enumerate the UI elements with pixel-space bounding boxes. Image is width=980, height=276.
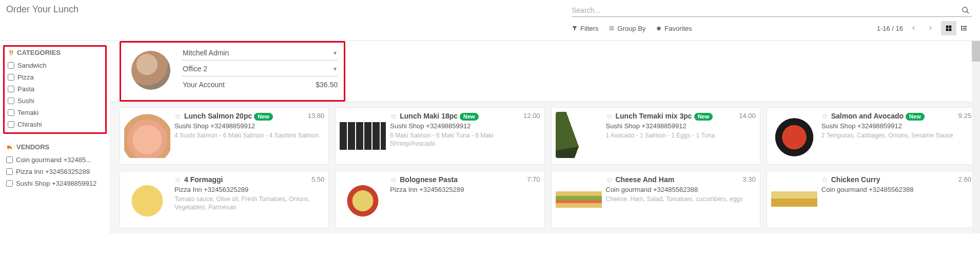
category-filter-label: Temaki <box>17 109 38 116</box>
category-filter-checkbox[interactable] <box>8 109 14 116</box>
product-card[interactable]: 14.00☆Lunch Temaki mix 3pcNewSushi Shop … <box>551 107 760 165</box>
vendor-filter-label: Sushi Shop +32498859912 <box>16 180 96 187</box>
favorites-button[interactable]: Favorites <box>656 25 692 32</box>
favorite-star-icon[interactable]: ☆ <box>821 112 828 121</box>
view-kanban-button[interactable] <box>941 21 956 35</box>
category-filter-checkbox[interactable] <box>8 62 14 69</box>
view-list-button[interactable] <box>956 21 972 35</box>
product-title: Cheese And Ham <box>616 175 675 184</box>
category-filter-label: Pizza <box>17 73 34 81</box>
product-price: 13.80 <box>308 112 325 120</box>
svg-rect-12 <box>963 28 967 28</box>
vendor-filter-item[interactable]: Pizza Inn +32456325289 <box>6 166 104 178</box>
favorite-star-icon[interactable]: ☆ <box>606 112 613 121</box>
svg-point-11 <box>961 28 962 29</box>
favorite-star-icon[interactable]: ☆ <box>606 175 613 185</box>
account-balance-row: Your Account $36.50 <box>182 78 338 92</box>
location-select[interactable]: Office 2 ▼ <box>182 63 338 76</box>
star-icon <box>656 25 662 31</box>
page-title: Order Your Lunch <box>6 4 79 15</box>
category-filter-label: Pasta <box>17 85 34 93</box>
favorite-star-icon[interactable]: ☆ <box>174 175 181 185</box>
user-select[interactable]: Mitchell Admin ▼ <box>182 47 338 61</box>
pager-prev-button[interactable] <box>908 23 919 34</box>
svg-rect-8 <box>949 29 952 31</box>
product-vendor: Pizza Inn +32456325289 <box>390 186 540 193</box>
category-filter-item[interactable]: Sushi <box>8 95 102 107</box>
product-card[interactable]: 3.30☆Cheese And HamCoin gourmand +324855… <box>551 171 760 228</box>
product-title: Bolognese Pasta <box>400 175 458 184</box>
product-card[interactable]: 7.70☆Bolognese PastaPizza Inn +324563252… <box>335 171 544 228</box>
product-card[interactable]: 9.25☆Salmon and AvocadoNewSushi Shop +32… <box>767 107 976 165</box>
new-badge: New <box>254 113 273 121</box>
category-filter-checkbox[interactable] <box>8 97 14 104</box>
truck-icon <box>6 144 13 150</box>
product-image <box>124 175 170 222</box>
product-price: 7.70 <box>527 175 540 183</box>
product-card[interactable]: 5.50☆4 FormaggiPizza Inn +32456325289Tom… <box>120 171 329 228</box>
search-button[interactable] <box>959 4 972 16</box>
product-title: Lunch Salmon 20pcNew <box>184 112 273 121</box>
product-description: 6 Maki Salmon - 6 Maki Tuna - 6 Maki Shr… <box>390 132 540 148</box>
product-vendor: Sushi Shop +32498859912 <box>174 122 324 130</box>
location-select-value: Office 2 <box>183 65 207 73</box>
new-badge: New <box>460 113 479 121</box>
pager-next-button[interactable] <box>925 23 936 34</box>
vendor-filter-checkbox[interactable] <box>6 168 13 175</box>
favorite-star-icon[interactable]: ☆ <box>390 175 397 185</box>
product-vendor: Coin gourmand +32485562388 <box>821 186 971 193</box>
svg-rect-6 <box>949 26 952 28</box>
product-price: 14.00 <box>739 112 756 120</box>
favorites-label: Favorites <box>664 25 692 32</box>
new-badge: New <box>694 113 713 121</box>
svg-point-0 <box>963 7 967 12</box>
vendor-filter-item[interactable]: Sushi Shop +32498859912 <box>6 178 104 189</box>
favorite-star-icon[interactable]: ☆ <box>174 112 181 121</box>
product-price: 12.00 <box>523 112 540 120</box>
svg-point-13 <box>961 29 962 30</box>
vendor-filter-checkbox[interactable] <box>6 156 13 163</box>
product-card[interactable]: 13.80☆Lunch Salmon 20pcNewSushi Shop +32… <box>120 107 329 165</box>
category-filter-item[interactable]: Sandwich <box>8 60 102 71</box>
svg-rect-14 <box>963 30 967 30</box>
product-card[interactable]: 2.60☆Chicken CurryCoin gourmand +3248556… <box>767 171 976 228</box>
product-vendor: Sushi Shop +32498859912 <box>390 122 540 130</box>
categories-section: CATEGORIES SandwichPizzaPastaSushiTemaki… <box>3 45 107 134</box>
favorite-star-icon[interactable]: ☆ <box>821 175 828 185</box>
category-filter-checkbox[interactable] <box>8 121 14 128</box>
product-vendor: Sushi Shop +32498859912 <box>606 122 756 130</box>
svg-rect-3 <box>610 28 614 29</box>
product-title: 4 Formaggi <box>184 175 223 184</box>
avatar <box>131 51 170 90</box>
vendor-filter-checkbox[interactable] <box>6 180 13 187</box>
product-price: 5.50 <box>311 175 324 183</box>
scrollbar[interactable] <box>972 41 980 233</box>
categories-header: CATEGORIES <box>8 49 102 56</box>
vendor-filter-label: Coin gourmand +32485... <box>16 156 91 164</box>
vendor-filter-item[interactable]: Coin gourmand +32485... <box>6 154 104 166</box>
account-box: Mitchell Admin ▼ Office 2 ▼ Your Account… <box>120 41 345 102</box>
product-title: Chicken Curry <box>831 175 880 184</box>
chevron-down-icon: ▼ <box>332 66 338 72</box>
list-icon <box>609 25 615 31</box>
groupby-button[interactable]: Group By <box>609 25 645 32</box>
category-filter-checkbox[interactable] <box>8 74 14 81</box>
category-filter-item[interactable]: Pizza <box>8 71 102 83</box>
category-filter-item[interactable]: Chirashi <box>8 119 102 130</box>
filters-label: Filters <box>580 25 598 32</box>
search-input[interactable] <box>572 4 959 16</box>
favorite-star-icon[interactable]: ☆ <box>390 112 397 121</box>
product-image <box>340 175 386 222</box>
product-image <box>556 175 602 222</box>
vendors-section: VENDORS Coin gourmand +32485...Pizza Inn… <box>3 141 107 191</box>
svg-point-9 <box>961 26 962 27</box>
category-filter-item[interactable]: Temaki <box>8 107 102 119</box>
category-filter-item[interactable]: Pasta <box>8 83 102 95</box>
filters-button[interactable]: Filters <box>572 25 598 32</box>
product-image <box>771 112 817 158</box>
product-description: 2 Tempuras, Cabbages, Onions, Sesame Sau… <box>821 132 971 140</box>
product-card[interactable]: 12.00☆Lunch Maki 18pcNewSushi Shop +3249… <box>335 107 544 165</box>
categories-header-label: CATEGORIES <box>17 49 61 56</box>
category-filter-checkbox[interactable] <box>8 86 14 92</box>
search-icon <box>962 6 970 14</box>
